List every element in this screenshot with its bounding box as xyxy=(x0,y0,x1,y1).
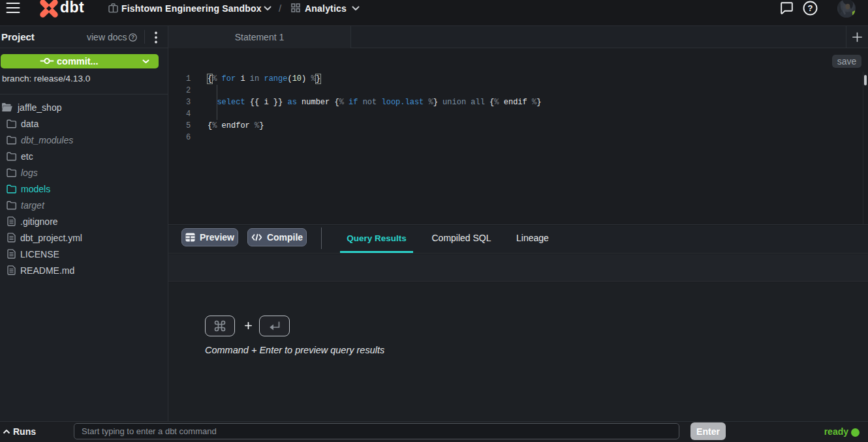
svg-text:?: ? xyxy=(131,34,134,40)
svg-text:?: ? xyxy=(808,3,813,13)
